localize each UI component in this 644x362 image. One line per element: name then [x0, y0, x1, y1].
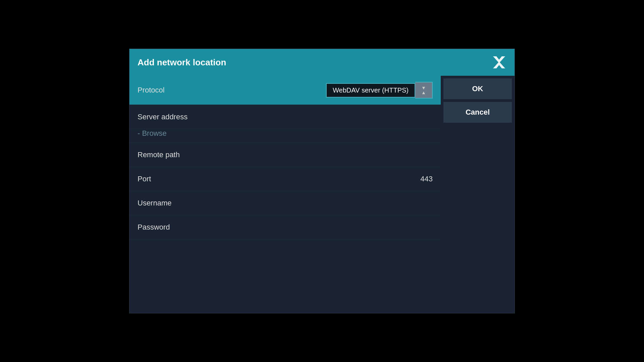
remote-path-row[interactable]: Remote path [129, 143, 441, 167]
password-row[interactable]: Password [129, 215, 441, 239]
username-row[interactable]: Username [129, 191, 441, 215]
server-address-label: Server address [138, 113, 433, 121]
password-label: Password [138, 223, 433, 232]
protocol-select[interactable]: WebDAV server (HTTPS) ▼ ▲ [326, 82, 433, 99]
chevron-up-icon: ▲ [421, 90, 426, 95]
protocol-row[interactable]: Protocol WebDAV server (HTTPS) ▼ ▲ [129, 76, 441, 105]
svg-marker-0 [493, 56, 505, 68]
browse-row[interactable]: - Browse [129, 129, 441, 143]
browse-label[interactable]: - Browse [138, 129, 167, 138]
protocol-label: Protocol [138, 86, 326, 95]
port-row[interactable]: Port 443 [129, 167, 441, 191]
kodi-logo-icon [492, 55, 506, 70]
empty-space [129, 239, 441, 313]
buttons-area: OK Cancel [441, 76, 515, 313]
ok-button[interactable]: OK [443, 78, 512, 99]
dialog-body: Protocol WebDAV server (HTTPS) ▼ ▲ Serve… [129, 76, 515, 313]
username-label: Username [138, 199, 433, 207]
form-area: Protocol WebDAV server (HTTPS) ▼ ▲ Serve… [129, 76, 441, 313]
port-value: 443 [420, 175, 433, 183]
protocol-spinner-button[interactable]: ▼ ▲ [415, 82, 433, 99]
protocol-value: WebDAV server (HTTPS) [326, 83, 415, 98]
server-address-row[interactable]: Server address [129, 105, 441, 129]
dialog-header: Add network location [129, 49, 515, 76]
add-network-location-dialog: Add network location Protocol WebDAV ser… [129, 49, 515, 313]
chevron-down-icon: ▼ [421, 85, 426, 90]
cancel-button[interactable]: Cancel [443, 102, 512, 123]
remote-path-label: Remote path [138, 150, 433, 159]
dialog-title: Add network location [138, 57, 226, 68]
port-label: Port [138, 175, 420, 183]
